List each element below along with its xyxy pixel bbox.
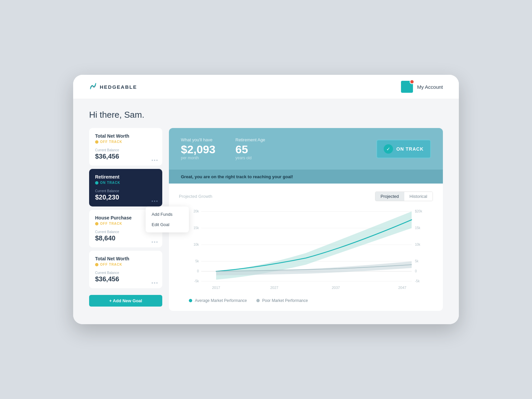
legend-poor-label: Poor Market Performance	[262, 298, 308, 303]
stat-age: 65	[235, 144, 265, 155]
stat-amount: $2,093	[181, 144, 215, 155]
dot	[152, 282, 153, 284]
balance-amount: $36,456	[95, 275, 156, 283]
tab-historical[interactable]: Historical	[404, 192, 433, 201]
right-panel: What you'll have $2,093 per month Retire…	[169, 128, 443, 311]
balance-label: Current Balance	[95, 271, 156, 275]
goal-title: Total Net Worth	[95, 133, 156, 139]
dashboard-layout: Total Net Worth OFF TRACK Current Balanc…	[89, 128, 443, 311]
tab-projected[interactable]: Projected	[375, 192, 404, 201]
svg-text:5k: 5k	[415, 259, 419, 263]
svg-text:$20k: $20k	[415, 209, 423, 213]
svg-text:2047: 2047	[398, 286, 406, 290]
stat-age-sublabel: years old	[235, 156, 265, 160]
dots-menu-3[interactable]	[152, 241, 158, 243]
legend-poor: Poor Market Performance	[256, 298, 308, 303]
account-label: My Account	[417, 84, 443, 90]
dropdown-item-edit-goal[interactable]: Edit Goal	[146, 219, 189, 230]
dots-menu-2[interactable]	[152, 200, 158, 202]
goal-card-retirement[interactable]: Retirement ON TRACK Current Balance $20,…	[89, 169, 162, 206]
success-bar: Great, you are on the right track to rea…	[169, 170, 443, 184]
greeting: Hi there, Sam.	[89, 110, 443, 120]
stats-header: What you'll have $2,093 per month Retire…	[169, 128, 443, 170]
dot	[152, 241, 153, 243]
dot	[154, 241, 155, 243]
goal-title: Retirement	[95, 174, 156, 180]
balance-label: Current Balance	[95, 148, 156, 152]
legend-dot-poor	[256, 299, 260, 302]
balance-amount: $20,230	[95, 194, 156, 201]
dot	[156, 282, 158, 284]
main-content: Hi there, Sam. Total Net Worth OFF TRACK…	[73, 99, 459, 324]
status-dot-off-track	[95, 222, 98, 225]
balance-label: Current Balance	[95, 189, 156, 193]
account-area[interactable]: My Account	[401, 81, 443, 93]
goal-card-total-net-worth-2[interactable]: Total Net Worth OFF TRACK Current Balanc…	[89, 251, 162, 288]
svg-text:20k: 20k	[194, 209, 199, 213]
goal-status: ON TRACK	[95, 181, 156, 185]
svg-text:5k: 5k	[195, 259, 199, 263]
svg-text:0: 0	[197, 269, 199, 273]
dot	[152, 160, 153, 161]
chart-legend: Average Market Performance Poor Market P…	[179, 298, 433, 303]
legend-avg: Average Market Performance	[189, 298, 247, 303]
account-avatar	[401, 81, 413, 93]
svg-text:10k: 10k	[194, 243, 199, 246]
chart-tabs: Projected Historical	[375, 192, 433, 201]
status-text: ON TRACK	[100, 181, 120, 185]
stat-amount-sublabel: per month	[181, 156, 215, 160]
svg-text:10k: 10k	[415, 243, 421, 246]
add-goal-button[interactable]: + Add New Goal	[89, 295, 162, 307]
stat-what-youll-have-label: What you'll have	[181, 137, 215, 142]
goal-status: OFF TRACK	[95, 263, 156, 266]
chart-title: Projected Growth	[179, 194, 212, 199]
on-track-badge: ✓ ON TRACK	[376, 140, 431, 158]
goal-status: OFF TRACK	[95, 140, 156, 144]
status-dot-off-track	[95, 263, 98, 266]
stat-what-youll-have: What you'll have $2,093 per month	[181, 137, 215, 160]
goals-sidebar: Total Net Worth OFF TRACK Current Balanc…	[89, 128, 162, 307]
stat-retirement-age-label: Retirement Age	[235, 137, 265, 142]
dot	[154, 160, 155, 161]
device-frame: HEDGEABLE My Account Hi there, Sam. Tota…	[73, 75, 459, 324]
success-text: Great, you are on the right track to rea…	[181, 174, 293, 179]
dots-menu-1[interactable]	[152, 160, 158, 161]
chart-svg: 20k 15k 10k 5k 0 -5k $20k 15k 10k 5k 0	[179, 206, 433, 293]
status-dot-on-track	[95, 181, 98, 185]
dropdown-item-add-funds[interactable]: Add Funds	[146, 209, 189, 219]
status-text: OFF TRACK	[100, 263, 122, 266]
balance-amount: $8,640	[95, 234, 156, 242]
goal-card-total-net-worth-1[interactable]: Total Net Worth OFF TRACK Current Balanc…	[89, 128, 162, 166]
legend-dot-avg	[189, 299, 192, 302]
chart-area: Projected Growth Projected Historical 20…	[169, 184, 443, 311]
status-text: OFF TRACK	[100, 222, 122, 225]
dot	[152, 200, 153, 202]
svg-text:15k: 15k	[194, 226, 199, 230]
svg-text:2027: 2027	[270, 286, 278, 290]
header: HEDGEABLE My Account	[73, 75, 459, 99]
svg-text:-5k: -5k	[194, 279, 199, 283]
dot	[156, 241, 158, 243]
dot	[156, 160, 158, 161]
stat-retirement-age: Retirement Age 65 years old	[235, 137, 265, 160]
on-track-text: ON TRACK	[396, 146, 424, 152]
chart-svg-container: 20k 15k 10k 5k 0 -5k $20k 15k 10k 5k 0	[179, 206, 433, 294]
dot	[154, 200, 155, 202]
logo-text: HEDGEABLE	[100, 84, 137, 90]
svg-text:-5k: -5k	[415, 279, 420, 283]
logo-area: HEDGEABLE	[89, 83, 137, 91]
svg-text:0: 0	[415, 269, 417, 273]
goal-title: Total Net Worth	[95, 256, 156, 261]
status-dot-off-track	[95, 140, 98, 144]
status-text: OFF TRACK	[100, 140, 122, 144]
svg-text:2037: 2037	[332, 286, 340, 290]
dot	[154, 282, 155, 284]
svg-text:2017: 2017	[212, 286, 220, 290]
hedgeable-logo-icon	[89, 83, 97, 91]
legend-avg-label: Average Market Performance	[195, 298, 247, 303]
chart-header: Projected Growth Projected Historical	[179, 192, 433, 201]
dot	[156, 200, 158, 202]
svg-text:15k: 15k	[415, 226, 421, 230]
on-track-icon: ✓	[384, 144, 393, 154]
dots-menu-4[interactable]	[152, 282, 158, 284]
